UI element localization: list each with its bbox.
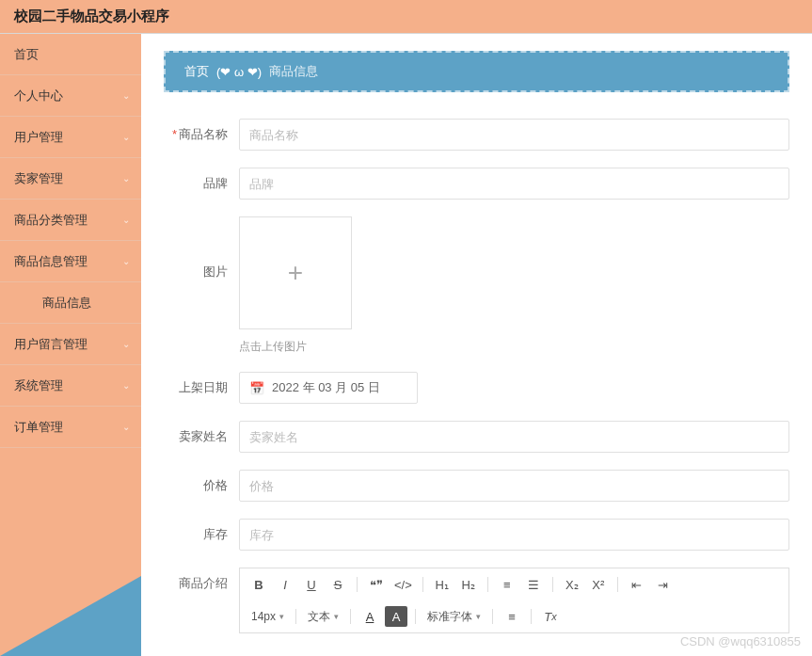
code-button[interactable]: </> bbox=[391, 574, 415, 595]
separator bbox=[617, 577, 618, 592]
sidebar-item-label: 商品分类管理 bbox=[14, 212, 88, 229]
upload-hint: 点击上传图片 bbox=[239, 339, 789, 355]
sidebar-item-product-info-mgmt[interactable]: 商品信息管理 ⌄ bbox=[0, 241, 141, 282]
separator bbox=[487, 577, 488, 592]
calendar-icon: 📅 bbox=[249, 381, 264, 395]
label-date: 上架日期 bbox=[164, 372, 239, 396]
form-row-image: 图片 + 点击上传图片 bbox=[164, 216, 789, 355]
superscript-button[interactable]: X² bbox=[587, 574, 610, 595]
separator bbox=[350, 609, 351, 624]
sidebar-item-label: 用户管理 bbox=[14, 129, 63, 146]
subscript-button[interactable]: X₂ bbox=[561, 574, 583, 595]
form-row-date: 上架日期 📅 2022 年 03 月 05 日 bbox=[164, 372, 789, 404]
chevron-down-icon: ⌄ bbox=[122, 422, 130, 432]
chevron-down-icon: ⌄ bbox=[122, 132, 130, 142]
chevron-down-icon: ⌄ bbox=[122, 173, 130, 184]
label-seller: 卖家姓名 bbox=[164, 421, 239, 445]
ordered-list-button[interactable]: ≡ bbox=[496, 574, 518, 595]
label-brand: 品牌 bbox=[164, 168, 239, 192]
sidebar-item-order-mgmt[interactable]: 订单管理 ⌄ bbox=[0, 407, 141, 448]
separator bbox=[295, 609, 296, 624]
form-row-brand: 品牌 bbox=[164, 168, 789, 200]
strikethrough-button[interactable]: S bbox=[326, 574, 349, 595]
breadcrumb-emoji: (❤ ω ❤) bbox=[216, 65, 262, 79]
font-family-select[interactable]: 标准字体▾ bbox=[423, 609, 485, 625]
breadcrumb-current: 商品信息 bbox=[269, 63, 318, 80]
main-content: 首页 (❤ ω ❤) 商品信息 *商品名称 品牌 图片 + 点击上传图片 上架日… bbox=[141, 34, 812, 656]
name-input[interactable] bbox=[239, 119, 789, 151]
brand-input[interactable] bbox=[239, 168, 789, 200]
watermark: CSDN @wqq6310855 bbox=[680, 634, 801, 648]
separator bbox=[492, 609, 493, 624]
form-row-stock: 库存 bbox=[164, 519, 789, 551]
date-value: 2022 年 03 月 05 日 bbox=[272, 379, 380, 396]
label-name: *商品名称 bbox=[164, 119, 239, 143]
separator bbox=[415, 609, 416, 624]
sidebar-item-label: 订单管理 bbox=[14, 419, 63, 436]
sidebar-item-product-info[interactable]: 商品信息 bbox=[0, 282, 141, 324]
sidebar-item-label: 卖家管理 bbox=[14, 170, 63, 187]
italic-button[interactable]: I bbox=[274, 574, 296, 595]
sidebar-item-system-mgmt[interactable]: 系统管理 ⌄ bbox=[0, 365, 141, 407]
chevron-down-icon: ⌄ bbox=[122, 215, 130, 225]
stock-input[interactable] bbox=[239, 519, 789, 551]
sidebar: 首页 个人中心 ⌄ 用户管理 ⌄ 卖家管理 ⌄ 商品分类管理 ⌄ 商品信息管理 … bbox=[0, 34, 141, 656]
sidebar-item-message-mgmt[interactable]: 用户留言管理 ⌄ bbox=[0, 324, 141, 365]
sidebar-item-home[interactable]: 首页 bbox=[0, 34, 141, 75]
separator bbox=[357, 577, 358, 592]
form-row-seller: 卖家姓名 bbox=[164, 421, 789, 453]
breadcrumb-home[interactable]: 首页 bbox=[184, 63, 209, 80]
h2-button[interactable]: H₂ bbox=[457, 574, 480, 595]
app-title: 校园二手物品交易小程序 bbox=[14, 8, 169, 25]
sidebar-item-label: 个人中心 bbox=[14, 88, 63, 104]
sidebar-item-user-mgmt[interactable]: 用户管理 ⌄ bbox=[0, 117, 141, 158]
fontsize-select[interactable]: 14px▾ bbox=[247, 610, 288, 623]
chevron-down-icon: ⌄ bbox=[122, 256, 130, 266]
price-input[interactable] bbox=[239, 470, 789, 502]
sidebar-item-label: 用户留言管理 bbox=[14, 336, 88, 353]
form-row-name: *商品名称 bbox=[164, 119, 789, 151]
chevron-down-icon: ⌄ bbox=[122, 339, 130, 349]
app-header: 校园二手物品交易小程序 bbox=[0, 0, 812, 34]
separator bbox=[422, 577, 423, 592]
form-row-intro: 商品介绍 B I U S ❝❞ </> H₁ H₂ ≡ ☰ bbox=[164, 568, 789, 633]
sidebar-item-seller-mgmt[interactable]: 卖家管理 ⌄ bbox=[0, 158, 141, 200]
image-upload-box[interactable]: + bbox=[239, 216, 352, 329]
bold-button[interactable]: B bbox=[247, 574, 270, 595]
font-color-button[interactable]: A bbox=[358, 606, 381, 627]
separator bbox=[552, 577, 553, 592]
chevron-down-icon: ⌄ bbox=[122, 90, 130, 101]
clear-format-button[interactable]: Tx bbox=[539, 606, 562, 627]
sidebar-item-label: 商品信息 bbox=[42, 295, 91, 312]
outdent-button[interactable]: ⇥ bbox=[652, 574, 675, 595]
label-stock: 库存 bbox=[164, 519, 239, 543]
align-left-button[interactable]: ≡ bbox=[501, 606, 523, 627]
underline-button[interactable]: U bbox=[300, 574, 323, 595]
sidebar-item-category-mgmt[interactable]: 商品分类管理 ⌄ bbox=[0, 200, 141, 241]
breadcrumb: 首页 (❤ ω ❤) 商品信息 bbox=[164, 51, 789, 92]
quote-button[interactable]: ❝❞ bbox=[365, 574, 388, 595]
label-image: 图片 bbox=[164, 216, 239, 280]
bg-color-button[interactable]: A bbox=[385, 606, 407, 627]
date-input[interactable]: 📅 2022 年 03 月 05 日 bbox=[239, 372, 418, 404]
editor-toolbar: B I U S ❝❞ </> H₁ H₂ ≡ ☰ X₂ X² bbox=[239, 568, 789, 633]
unordered-list-button[interactable]: ☰ bbox=[522, 574, 545, 595]
text-type-select[interactable]: 文本▾ bbox=[304, 609, 342, 625]
label-intro: 商品介绍 bbox=[164, 568, 239, 592]
separator bbox=[531, 609, 532, 624]
h1-button[interactable]: H₁ bbox=[431, 574, 454, 595]
label-price: 价格 bbox=[164, 470, 239, 494]
form-row-price: 价格 bbox=[164, 470, 789, 502]
indent-button[interactable]: ⇤ bbox=[626, 574, 648, 595]
sidebar-item-label: 系统管理 bbox=[14, 377, 63, 394]
sidebar-decoration-triangle bbox=[0, 576, 141, 656]
sidebar-item-label: 商品信息管理 bbox=[14, 253, 88, 270]
sidebar-item-label: 首页 bbox=[14, 46, 39, 63]
seller-input[interactable] bbox=[239, 421, 789, 453]
plus-icon: + bbox=[288, 258, 303, 288]
sidebar-item-profile[interactable]: 个人中心 ⌄ bbox=[0, 75, 141, 117]
chevron-down-icon: ⌄ bbox=[122, 380, 130, 391]
